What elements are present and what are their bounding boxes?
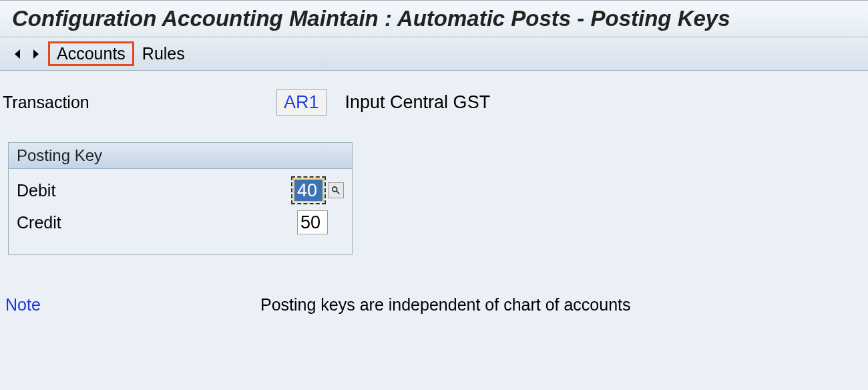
svg-line-3 (337, 191, 339, 194)
search-help-icon[interactable] (328, 182, 344, 198)
accounts-button[interactable]: Accounts (48, 41, 134, 66)
debit-focus-indicator (291, 176, 326, 204)
credit-input-wrap (297, 210, 328, 234)
content-area: Transaction AR1 Input Central GST Postin… (0, 71, 868, 321)
debit-label: Debit (17, 181, 291, 200)
svg-marker-0 (15, 49, 20, 59)
rules-button[interactable]: Rules (134, 42, 193, 65)
posting-key-body: Debit Credit (9, 169, 352, 254)
nav-back-icon[interactable] (9, 43, 27, 65)
page-title: Configuration Accounting Maintain : Auto… (12, 6, 856, 31)
page-header: Configuration Accounting Maintain : Auto… (0, 0, 868, 37)
debit-input-wrap (291, 176, 344, 204)
nav-forward-icon[interactable] (27, 43, 44, 65)
debit-input[interactable] (293, 178, 324, 202)
transaction-code: AR1 (276, 89, 327, 116)
posting-key-header: Posting Key (9, 143, 352, 169)
debit-row: Debit (17, 174, 344, 206)
posting-key-panel: Posting Key Debit Credit (8, 142, 353, 255)
note-text: Posting keys are independent of chart of… (260, 295, 631, 315)
credit-input[interactable] (297, 210, 328, 234)
svg-point-2 (333, 187, 337, 192)
transaction-description: Input Central GST (345, 92, 491, 113)
toolbar: Accounts Rules (0, 37, 868, 71)
credit-row: Credit (17, 206, 344, 238)
svg-marker-1 (33, 49, 39, 59)
credit-label: Credit (17, 213, 297, 232)
note-row: Note Posting keys are independent of cha… (3, 295, 865, 315)
transaction-row: Transaction AR1 Input Central GST (3, 89, 865, 116)
transaction-label: Transaction (3, 93, 276, 112)
note-label: Note (5, 295, 260, 315)
